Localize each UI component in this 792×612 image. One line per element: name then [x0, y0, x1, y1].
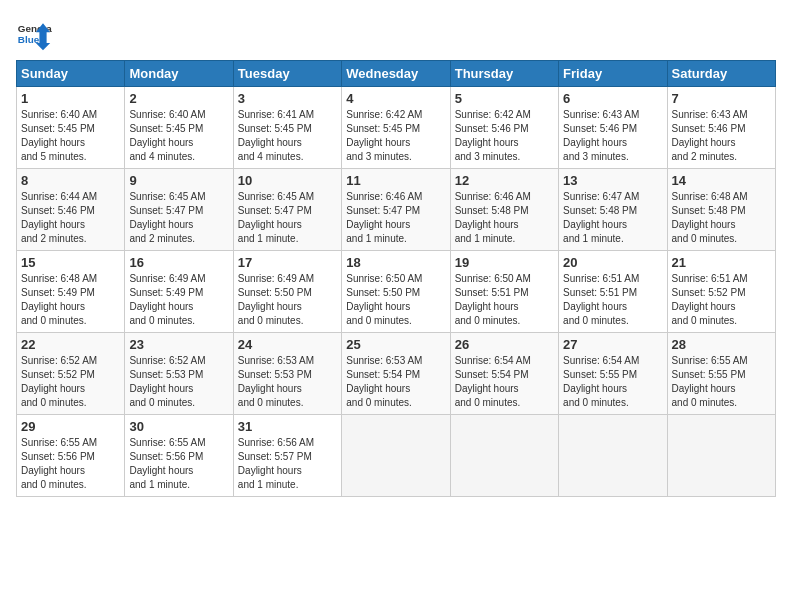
day-number: 13: [563, 173, 662, 188]
day-info: Sunrise: 6:40 AMSunset: 5:45 PMDaylight …: [129, 108, 228, 164]
day-number: 16: [129, 255, 228, 270]
calendar-cell: 19Sunrise: 6:50 AMSunset: 5:51 PMDayligh…: [450, 251, 558, 333]
day-info: Sunrise: 6:50 AMSunset: 5:51 PMDaylight …: [455, 272, 554, 328]
calendar-cell: 29Sunrise: 6:55 AMSunset: 5:56 PMDayligh…: [17, 415, 125, 497]
calendar-cell: 11Sunrise: 6:46 AMSunset: 5:47 PMDayligh…: [342, 169, 450, 251]
weekday-header: Wednesday: [342, 61, 450, 87]
calendar-cell: 25Sunrise: 6:53 AMSunset: 5:54 PMDayligh…: [342, 333, 450, 415]
calendar-cell: 1Sunrise: 6:40 AMSunset: 5:45 PMDaylight…: [17, 87, 125, 169]
day-number: 19: [455, 255, 554, 270]
day-number: 1: [21, 91, 120, 106]
day-number: 9: [129, 173, 228, 188]
day-number: 26: [455, 337, 554, 352]
day-number: 5: [455, 91, 554, 106]
day-info: Sunrise: 6:51 AMSunset: 5:52 PMDaylight …: [672, 272, 771, 328]
logo: General Blue: [16, 16, 52, 52]
day-number: 8: [21, 173, 120, 188]
day-number: 6: [563, 91, 662, 106]
day-number: 18: [346, 255, 445, 270]
day-info: Sunrise: 6:55 AMSunset: 5:56 PMDaylight …: [21, 436, 120, 492]
day-info: Sunrise: 6:48 AMSunset: 5:49 PMDaylight …: [21, 272, 120, 328]
day-info: Sunrise: 6:43 AMSunset: 5:46 PMDaylight …: [672, 108, 771, 164]
calendar-cell: 12Sunrise: 6:46 AMSunset: 5:48 PMDayligh…: [450, 169, 558, 251]
calendar-row: 22Sunrise: 6:52 AMSunset: 5:52 PMDayligh…: [17, 333, 776, 415]
day-info: Sunrise: 6:43 AMSunset: 5:46 PMDaylight …: [563, 108, 662, 164]
day-info: Sunrise: 6:52 AMSunset: 5:53 PMDaylight …: [129, 354, 228, 410]
day-number: 7: [672, 91, 771, 106]
calendar-cell: 10Sunrise: 6:45 AMSunset: 5:47 PMDayligh…: [233, 169, 341, 251]
day-info: Sunrise: 6:44 AMSunset: 5:46 PMDaylight …: [21, 190, 120, 246]
day-info: Sunrise: 6:56 AMSunset: 5:57 PMDaylight …: [238, 436, 337, 492]
calendar-row: 1Sunrise: 6:40 AMSunset: 5:45 PMDaylight…: [17, 87, 776, 169]
weekday-header: Thursday: [450, 61, 558, 87]
day-info: Sunrise: 6:53 AMSunset: 5:53 PMDaylight …: [238, 354, 337, 410]
calendar-cell: 27Sunrise: 6:54 AMSunset: 5:55 PMDayligh…: [559, 333, 667, 415]
calendar-row: 15Sunrise: 6:48 AMSunset: 5:49 PMDayligh…: [17, 251, 776, 333]
calendar-cell: [559, 415, 667, 497]
day-number: 17: [238, 255, 337, 270]
day-number: 15: [21, 255, 120, 270]
calendar-cell: 30Sunrise: 6:55 AMSunset: 5:56 PMDayligh…: [125, 415, 233, 497]
day-info: Sunrise: 6:40 AMSunset: 5:45 PMDaylight …: [21, 108, 120, 164]
day-number: 31: [238, 419, 337, 434]
page-header: General Blue: [16, 16, 776, 52]
weekday-header: Tuesday: [233, 61, 341, 87]
day-number: 4: [346, 91, 445, 106]
calendar-header-row: SundayMondayTuesdayWednesdayThursdayFrid…: [17, 61, 776, 87]
calendar-cell: [342, 415, 450, 497]
calendar-cell: 16Sunrise: 6:49 AMSunset: 5:49 PMDayligh…: [125, 251, 233, 333]
day-number: 22: [21, 337, 120, 352]
calendar-cell: 22Sunrise: 6:52 AMSunset: 5:52 PMDayligh…: [17, 333, 125, 415]
day-info: Sunrise: 6:47 AMSunset: 5:48 PMDaylight …: [563, 190, 662, 246]
day-number: 28: [672, 337, 771, 352]
calendar-cell: 13Sunrise: 6:47 AMSunset: 5:48 PMDayligh…: [559, 169, 667, 251]
day-info: Sunrise: 6:46 AMSunset: 5:48 PMDaylight …: [455, 190, 554, 246]
calendar-cell: 24Sunrise: 6:53 AMSunset: 5:53 PMDayligh…: [233, 333, 341, 415]
calendar-cell: 21Sunrise: 6:51 AMSunset: 5:52 PMDayligh…: [667, 251, 775, 333]
calendar-cell: 20Sunrise: 6:51 AMSunset: 5:51 PMDayligh…: [559, 251, 667, 333]
calendar-cell: 8Sunrise: 6:44 AMSunset: 5:46 PMDaylight…: [17, 169, 125, 251]
calendar-cell: [450, 415, 558, 497]
calendar-cell: 5Sunrise: 6:42 AMSunset: 5:46 PMDaylight…: [450, 87, 558, 169]
day-number: 10: [238, 173, 337, 188]
day-info: Sunrise: 6:41 AMSunset: 5:45 PMDaylight …: [238, 108, 337, 164]
calendar-cell: [667, 415, 775, 497]
calendar-cell: 26Sunrise: 6:54 AMSunset: 5:54 PMDayligh…: [450, 333, 558, 415]
calendar-cell: 15Sunrise: 6:48 AMSunset: 5:49 PMDayligh…: [17, 251, 125, 333]
calendar-cell: 3Sunrise: 6:41 AMSunset: 5:45 PMDaylight…: [233, 87, 341, 169]
calendar-cell: 9Sunrise: 6:45 AMSunset: 5:47 PMDaylight…: [125, 169, 233, 251]
day-info: Sunrise: 6:55 AMSunset: 5:56 PMDaylight …: [129, 436, 228, 492]
day-info: Sunrise: 6:49 AMSunset: 5:49 PMDaylight …: [129, 272, 228, 328]
day-info: Sunrise: 6:46 AMSunset: 5:47 PMDaylight …: [346, 190, 445, 246]
calendar-row: 29Sunrise: 6:55 AMSunset: 5:56 PMDayligh…: [17, 415, 776, 497]
calendar-cell: 28Sunrise: 6:55 AMSunset: 5:55 PMDayligh…: [667, 333, 775, 415]
day-info: Sunrise: 6:42 AMSunset: 5:46 PMDaylight …: [455, 108, 554, 164]
calendar-cell: 23Sunrise: 6:52 AMSunset: 5:53 PMDayligh…: [125, 333, 233, 415]
day-info: Sunrise: 6:48 AMSunset: 5:48 PMDaylight …: [672, 190, 771, 246]
calendar-cell: 17Sunrise: 6:49 AMSunset: 5:50 PMDayligh…: [233, 251, 341, 333]
calendar-table: SundayMondayTuesdayWednesdayThursdayFrid…: [16, 60, 776, 497]
day-number: 21: [672, 255, 771, 270]
weekday-header: Monday: [125, 61, 233, 87]
day-number: 11: [346, 173, 445, 188]
day-info: Sunrise: 6:45 AMSunset: 5:47 PMDaylight …: [129, 190, 228, 246]
day-number: 2: [129, 91, 228, 106]
calendar-cell: 2Sunrise: 6:40 AMSunset: 5:45 PMDaylight…: [125, 87, 233, 169]
calendar-body: 1Sunrise: 6:40 AMSunset: 5:45 PMDaylight…: [17, 87, 776, 497]
calendar-cell: 14Sunrise: 6:48 AMSunset: 5:48 PMDayligh…: [667, 169, 775, 251]
day-number: 12: [455, 173, 554, 188]
day-info: Sunrise: 6:49 AMSunset: 5:50 PMDaylight …: [238, 272, 337, 328]
day-info: Sunrise: 6:53 AMSunset: 5:54 PMDaylight …: [346, 354, 445, 410]
day-number: 24: [238, 337, 337, 352]
day-number: 20: [563, 255, 662, 270]
day-number: 27: [563, 337, 662, 352]
day-number: 23: [129, 337, 228, 352]
day-number: 29: [21, 419, 120, 434]
day-info: Sunrise: 6:54 AMSunset: 5:55 PMDaylight …: [563, 354, 662, 410]
calendar-cell: 31Sunrise: 6:56 AMSunset: 5:57 PMDayligh…: [233, 415, 341, 497]
calendar-cell: 6Sunrise: 6:43 AMSunset: 5:46 PMDaylight…: [559, 87, 667, 169]
day-info: Sunrise: 6:45 AMSunset: 5:47 PMDaylight …: [238, 190, 337, 246]
calendar-cell: 18Sunrise: 6:50 AMSunset: 5:50 PMDayligh…: [342, 251, 450, 333]
day-info: Sunrise: 6:51 AMSunset: 5:51 PMDaylight …: [563, 272, 662, 328]
day-number: 3: [238, 91, 337, 106]
